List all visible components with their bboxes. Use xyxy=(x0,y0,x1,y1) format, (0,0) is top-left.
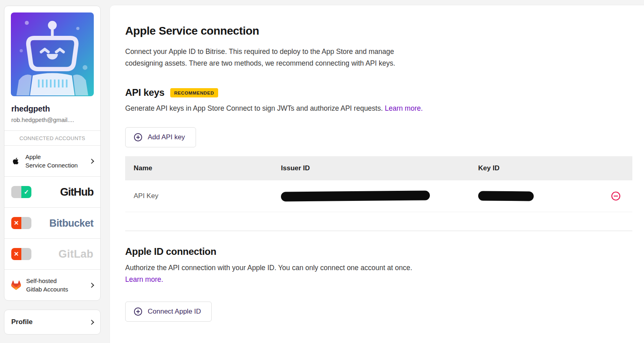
add-api-key-label: Add API key xyxy=(148,133,185,141)
sidebar-item-profile[interactable]: Profile xyxy=(4,310,100,334)
main-content: Apple Service connection Connect your Ap… xyxy=(109,5,644,343)
api-keys-heading-row: API keys RECOMMENDED xyxy=(125,87,644,98)
toggle-x-icon: ✕ xyxy=(11,217,21,229)
minus-circle-icon xyxy=(611,191,621,201)
add-api-key-button[interactable]: Add API key xyxy=(125,127,196,147)
row-actions xyxy=(599,191,632,201)
toggle-on-side xyxy=(21,217,31,229)
sidebar-item-github[interactable]: ✓ GitHub xyxy=(4,177,100,207)
connect-apple-id-label: Connect Apple ID xyxy=(148,308,201,316)
toggle-x-icon: ✕ xyxy=(11,248,21,260)
toggle-off-side xyxy=(11,186,21,198)
api-keys-heading: API keys xyxy=(125,87,165,98)
sidebar-item-selfhosted-gitlab[interactable]: Self-hosted Gitlab Accounts xyxy=(4,270,100,300)
gitlab-tanuki-icon xyxy=(11,281,21,290)
apple-id-heading: Apple ID connection xyxy=(125,246,644,257)
github-toggle[interactable]: ✓ xyxy=(11,186,31,198)
bitbucket-logo: Bitbucket xyxy=(50,217,93,229)
robot-avatar-icon xyxy=(11,12,94,95)
page: rhedgpeth rob.hedgpeth@gmail.... CONNECT… xyxy=(0,0,644,343)
table-header: Name Issuer ID Key ID xyxy=(125,156,632,180)
api-keys-table: Name Issuer ID Key ID API Key xyxy=(125,156,632,212)
column-header-issuer-id: Issuer ID xyxy=(281,164,478,172)
api-key-name: API Key xyxy=(125,192,281,200)
plus-circle-icon xyxy=(134,307,142,316)
gitlab-logo: GitLab xyxy=(58,248,93,260)
api-keys-description: Generate API keys in App Store Connect t… xyxy=(125,103,433,114)
bitbucket-toggle[interactable]: ✕ xyxy=(11,217,31,229)
section-divider xyxy=(125,231,632,231)
table-row: API Key xyxy=(125,180,632,212)
redacted-issuer-id xyxy=(281,190,430,201)
toggle-on-side xyxy=(21,248,31,260)
profile-card: rhedgpeth rob.hedgpeth@gmail.... CONNECT… xyxy=(4,6,101,301)
profile-username: rhedgpeth xyxy=(4,103,100,114)
key-id-cell xyxy=(478,191,599,201)
github-logo: GitHub xyxy=(60,186,93,198)
page-title: Apple Service connection xyxy=(125,25,644,37)
apple-id-learn-more-link[interactable]: Learn more. xyxy=(125,274,163,285)
chevron-right-icon xyxy=(89,320,94,325)
api-keys-learn-more-link[interactable]: Learn more. xyxy=(385,104,423,112)
sidebar-item-apple-service-connection[interactable]: Apple Service Connection xyxy=(4,146,100,176)
gitlab-toggle[interactable]: ✕ xyxy=(11,248,31,260)
issuer-id-cell xyxy=(281,191,478,201)
chevron-right-icon xyxy=(89,283,94,288)
connect-button-wrap: Connect Apple ID xyxy=(125,302,644,322)
avatar xyxy=(11,12,94,96)
selfhosted-gitlab-label: Self-hosted Gitlab Accounts xyxy=(26,277,68,293)
plus-circle-icon xyxy=(134,133,142,142)
column-header-key-id: Key ID xyxy=(478,164,599,172)
api-keys-description-text: Generate API keys in App Store Connect t… xyxy=(125,104,383,112)
profile-link-card: Profile xyxy=(4,310,101,335)
sidebar-item-gitlab[interactable]: ✕ GitLab xyxy=(4,239,100,269)
remove-api-key-button[interactable] xyxy=(611,191,621,201)
profile-email: rob.hedgpeth@gmail.... xyxy=(4,114,100,130)
intro-text: Connect your Apple ID to Bitrise. This r… xyxy=(125,46,433,69)
connected-accounts-label: CONNECTED ACCOUNTS xyxy=(4,131,100,145)
sidebar-item-bitbucket[interactable]: ✕ Bitbucket xyxy=(4,208,100,238)
profile-link-label: Profile xyxy=(11,318,33,326)
connect-apple-id-button[interactable]: Connect Apple ID xyxy=(125,302,212,322)
toggle-check-icon: ✓ xyxy=(21,186,31,198)
apple-service-connection-label: Apple Service Connection xyxy=(25,153,78,169)
chevron-right-icon xyxy=(89,159,94,164)
apple-id-description: Authorize the API connection with your A… xyxy=(125,262,487,274)
sidebar: rhedgpeth rob.hedgpeth@gmail.... CONNECT… xyxy=(4,6,101,335)
apple-icon xyxy=(11,157,20,165)
redacted-key-id xyxy=(478,191,534,201)
recommended-badge: RECOMMENDED xyxy=(170,88,218,97)
column-header-name: Name xyxy=(125,164,281,172)
